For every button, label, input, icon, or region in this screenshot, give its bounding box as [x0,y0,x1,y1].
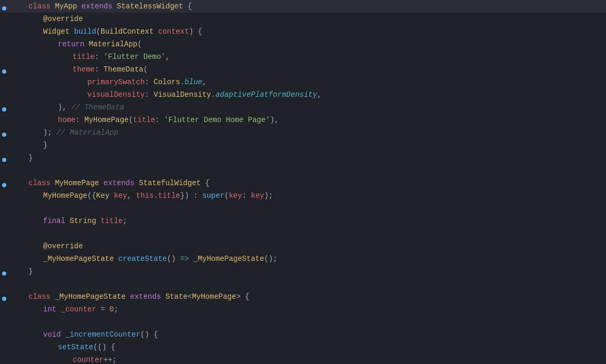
token-kw-extends: extends [130,292,161,301]
token-punctuation: () [167,255,180,263]
token-class-ref: _MyHomePageState [194,255,264,263]
code-line: title: 'Flutter Demo', [0,50,606,63]
code-line: @override [0,13,606,25]
code-line: home: MyHomePage(title: 'Flutter Demo Ho… [0,114,606,126]
line-code: } [26,139,606,151]
token-punctuation: ( [96,27,100,36]
token-punctuation [99,179,103,187]
token-punctuation: . [180,78,184,86]
token-punctuation: ), [58,103,71,112]
token-static-ref: blue [185,78,203,86]
token-punctuation: : [242,191,251,200]
code-line: visualDensity: VisualDensity.adaptivePla… [0,88,606,101]
token-class-ref: Key [96,191,109,200]
token-kw-class: class [28,2,55,11]
token-class-ref: MyHomePage [43,191,87,200]
code-line: return MaterialApp( [0,38,606,50]
token-comment: // MaterialApp [56,128,118,137]
code-line: void _incrementCounter() { [0,328,606,341]
token-punctuation: : [95,53,104,61]
token-punctuation: , [317,90,321,99]
code-line [0,202,606,215]
token-prop-name: visualDensity [87,90,145,99]
token-punctuation: . [211,90,215,99]
token-punctuation: , [202,78,206,86]
code-line [0,278,606,290]
token-kw-widget: Widget [43,27,69,36]
line-code: class MyHomePage extends StatefulWidget … [26,177,606,189]
code-line: theme: ThemeData( [0,63,606,76]
line-code: counter++; [26,353,606,364]
line-code: return MaterialApp( [26,38,606,50]
token-punctuation: ; [114,305,118,314]
token-punctuation [84,40,88,48]
token-comment: // ThemeData [71,103,124,112]
code-line: class MyApp extends StatelessWidget { [0,0,606,13]
token-punctuation: = [96,305,109,314]
token-prop-name: counter [73,356,104,364]
code-line: setState(() { [0,341,606,353]
code-line: class _MyHomePageState extends State<MyH… [0,290,606,303]
token-prop-name: title [100,217,123,225]
code-line: @override [0,240,606,252]
code-line: int _counter = 0; [0,303,606,316]
token-class-ref: _MyHomePageState [43,255,114,263]
token-punctuation [77,2,81,11]
token-punctuation: : [145,90,154,99]
token-punctuation: : [95,65,104,74]
line-code: MyHomePage({Key key, this.title}) : supe… [26,189,606,202]
code-line: Widget build(BuildContext context) { [0,25,606,38]
token-prop-name: key [114,191,127,200]
token-punctuation: , [127,191,136,200]
token-punctuation: ); [43,128,56,137]
token-annotation: @override [43,15,83,23]
token-prop-name: title [73,53,95,61]
line-code: Widget build(BuildContext context) { [26,25,606,38]
code-line: primarySwatch: Colors.blue, [0,76,606,88]
token-arrow: => [180,255,189,263]
line-code: final String title; [26,215,606,227]
line-code: primarySwatch: Colors.blue, [26,76,606,88]
token-punctuation: . [154,191,158,200]
token-prop-name: title [158,191,180,200]
code-line: counter++; [0,353,606,364]
token-kw-extends: extends [82,2,113,11]
token-func-name: createState [118,255,167,263]
token-kw-return: return [58,40,84,48]
token-param-name: context [158,27,189,36]
token-class-name: _MyHomePageState [55,292,125,301]
token-kw-class: class [28,292,50,301]
token-punctuation: } [43,141,47,149]
token-punctuation: (() { [93,343,115,351]
token-class-ref: String [69,217,96,225]
token-punctuation: ({ [87,191,96,200]
token-prop-name: theme [73,65,95,74]
token-punctuation [126,292,130,301]
line-code: title: 'Flutter Demo', [26,50,606,63]
code-content: class MyApp extends StatelessWidget {@ov… [0,0,606,364]
token-prop-name: primarySwatch [87,78,145,86]
token-annotation: @override [43,242,83,250]
code-line: ), // ThemeData [0,101,606,114]
token-kw-this: this [136,191,154,200]
code-line: _MyHomePageState createState() => _MyHom… [0,252,606,265]
code-line: ); // MaterialApp [0,126,606,139]
token-punctuation [113,2,117,11]
code-line: } [0,265,606,278]
token-static-ref: adaptivePlatformDensity [216,90,317,99]
token-class-extends: State [165,292,187,301]
token-punctuation: ; [123,217,127,225]
token-punctuation: ) { [189,27,202,36]
token-kw-class: class [28,179,50,187]
token-punctuation: ( [225,191,229,200]
token-prop-name: key [251,191,264,200]
token-punctuation [61,330,65,339]
code-line [0,227,606,240]
line-code: ); // MaterialApp [26,126,606,139]
token-class-extends: StatelessWidget [117,2,183,11]
token-punctuation: } [28,154,33,162]
token-punctuation: : [145,78,154,86]
token-punctuation: () { [140,330,158,339]
token-punctuation: { [183,2,192,11]
token-punctuation: ), [270,116,279,124]
